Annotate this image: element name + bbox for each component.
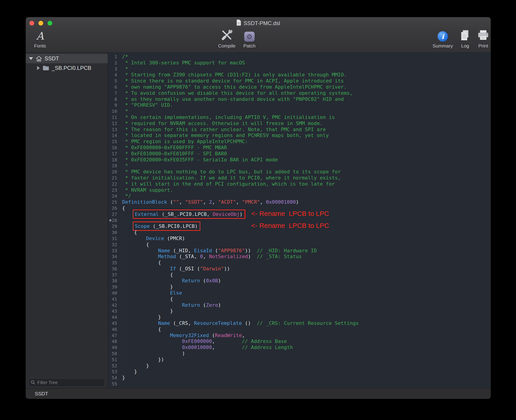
line-number: 18: [108, 157, 119, 163]
line-number: 2: [108, 60, 119, 66]
code-line: 23 * NVRAM support.: [108, 187, 491, 193]
line-number: 8: [108, 96, 119, 102]
log-button[interactable]: Log: [456, 29, 474, 49]
titlebar-toolbar: SSDT-PMC.dsl A Fonts Compile: [26, 17, 491, 52]
compile-tools-icon: [220, 29, 233, 42]
line-number: 22: [108, 181, 119, 187]
compile-label: Compile: [218, 43, 235, 49]
tree-item-label: SSDT: [45, 55, 59, 62]
line-number: 37: [108, 272, 119, 278]
code-line: 33 Name (_HID, EisaId ("APP9876")) // _H…: [108, 248, 491, 254]
code-line: 44 }: [108, 314, 491, 320]
line-number: 30: [108, 229, 119, 236]
code-line: 10 *: [108, 108, 491, 114]
folder-icon: [43, 65, 49, 71]
line-number: 25: [108, 199, 119, 205]
code-line: 46 {: [108, 326, 491, 332]
line-number: 4: [108, 72, 119, 78]
line-number: 19: [108, 163, 119, 169]
line-number: 12: [108, 120, 119, 127]
compile-button[interactable]: Compile: [214, 29, 239, 49]
tree-item-ssdt[interactable]: SSDT: [26, 54, 108, 63]
fonts-button[interactable]: A Fonts: [30, 29, 50, 49]
code-line: 38 Return (0x0B): [108, 278, 491, 284]
tree-item-sb-pci0-lpcb[interactable]: _SB.PCI0.LPCB: [26, 63, 108, 73]
line-number: 20: [108, 169, 119, 175]
rename-annotation: <- Rename LPCB to LPC: [251, 222, 329, 229]
line-number: 54: [108, 375, 119, 381]
document-icon: [236, 19, 241, 27]
code-line: 55: [108, 381, 491, 387]
line-number: 42: [108, 302, 119, 308]
code-line: 17 * 0xFE010000~0xFE010FFF - SPI BAR0: [108, 151, 491, 157]
patch-label: Patch: [243, 43, 256, 49]
code-line: 34 Method (_STA, 0, NotSerialized) // _S…: [108, 254, 491, 260]
line-number: 7: [108, 90, 119, 96]
code-line: 3 *: [108, 66, 491, 72]
gear-icon: ⚙: [246, 33, 253, 41]
sidebar: SSDT _SB.PCI0.LPCB: [26, 52, 108, 388]
print-button[interactable]: Print: [474, 29, 491, 49]
code-lines: 1/*2 * Intel 300-series PMC support for …: [108, 54, 491, 387]
line-number: 3: [108, 66, 119, 72]
tree-item-label: _SB.PCI0.LPCB: [52, 65, 91, 71]
line-number: 40: [108, 290, 119, 296]
line-number: 14: [108, 133, 119, 139]
line-number: 10: [108, 108, 119, 114]
line-number: 35: [108, 260, 119, 266]
code-line: 54}: [108, 375, 491, 381]
patch-button[interactable]: ⚙ Patch: [239, 29, 260, 49]
home-icon: [36, 56, 42, 62]
code-line: 21 * faster initialisation. If we add it…: [108, 175, 491, 181]
line-number: 41: [108, 296, 119, 302]
code-line: 51 }): [108, 357, 491, 363]
disclosure-right-icon[interactable]: [37, 66, 40, 70]
line-number: 9: [108, 102, 119, 108]
code-line: 7 * To avoid confusion we disable this d…: [108, 90, 491, 96]
line-number: 44: [108, 314, 119, 320]
line-number: 15: [108, 139, 119, 145]
fonts-label: Fonts: [34, 43, 46, 49]
line-number: 24: [108, 193, 119, 199]
code-line: 30 {: [108, 229, 491, 236]
line-number: 46: [108, 326, 119, 332]
line-number: 43: [108, 308, 119, 314]
disclosure-down-icon[interactable]: [29, 57, 33, 60]
line-number: 32: [108, 242, 119, 248]
rename-annotation: <- Rename LPCB to LPC: [251, 210, 329, 218]
code-line: 16 * 0xFE000000~0xFE00FFFF - PMC MBAR: [108, 145, 491, 151]
line-number: 1: [108, 54, 119, 60]
line-number: 17: [108, 151, 119, 157]
line-number: 11: [108, 114, 119, 120]
code-line: 14 * located in separate memory regions …: [108, 133, 491, 139]
line-number: 51: [108, 357, 119, 363]
summary-button[interactable]: i Summary: [432, 29, 454, 49]
code-line: 50 ): [108, 351, 491, 357]
line-number: 28: [108, 218, 119, 224]
code-line: 22 * it will start in the end of PCI con…: [108, 181, 491, 187]
line-number: 6: [108, 84, 119, 90]
line-number: 48: [108, 338, 119, 345]
main-area: SSDT _SB.PCI0.LPCB: [26, 52, 491, 388]
fonts-icon: A: [36, 30, 44, 42]
code-line: 52 }: [108, 363, 491, 369]
filter-tree-input[interactable]: [29, 378, 105, 387]
code-line: 11 * On certain implementations, includi…: [108, 114, 491, 120]
code-line: 9 * "PCHRESV" UID.: [108, 102, 491, 108]
code-line: 32 {: [108, 242, 491, 248]
line-number: 16: [108, 145, 119, 151]
statusbar: SSDT: [26, 388, 491, 399]
statusbar-text: SSDT: [35, 391, 48, 397]
patch-icon: ⚙: [244, 32, 255, 42]
line-number: 5: [108, 78, 119, 84]
code-editor[interactable]: 1/*2 * Intel 300-series PMC support for …: [108, 52, 491, 388]
code-line: 25DefinitionBlock ("", "SSDT", 2, "ACDT"…: [108, 199, 491, 205]
code-line: 12 * required for NVRAM access. Otherwis…: [108, 120, 491, 127]
filter-tree-field: [29, 378, 105, 387]
line-number: 27: [108, 211, 119, 218]
code-line: 5 * Since there is no standard device fo…: [108, 78, 491, 84]
line-number: 21: [108, 175, 119, 181]
code-line: 35 {: [108, 260, 491, 266]
code-line: 20 * PMC device has nothing to do to LPC…: [108, 169, 491, 175]
code-line: 41 {: [108, 296, 491, 302]
